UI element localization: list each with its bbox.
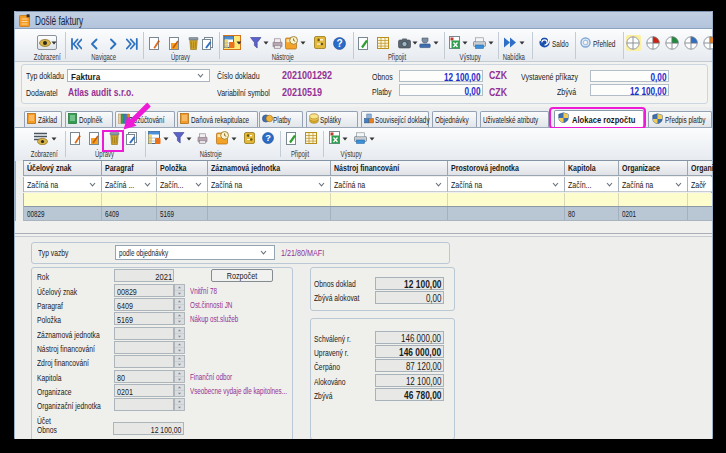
svg-text:?: ? <box>265 133 271 143</box>
svg-text:?: ? <box>336 38 342 49</box>
